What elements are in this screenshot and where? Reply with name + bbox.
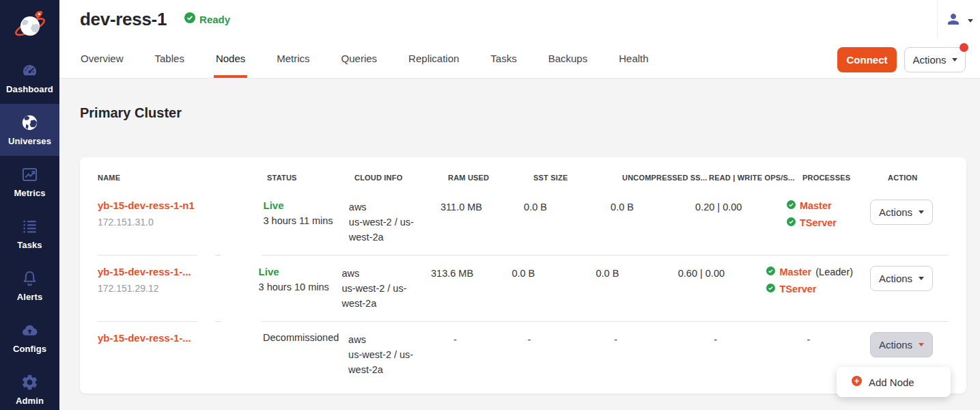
sidebar-item-admin[interactable]: Admin: [0, 364, 59, 410]
tab-health[interactable]: Health: [603, 38, 664, 78]
node-ip: 172.151.29.12: [98, 283, 249, 294]
tab-tasks[interactable]: Tasks: [475, 38, 532, 78]
column-header-uncompressed: UNCOMPRESSED SS...: [622, 174, 709, 182]
tab-bar: Overview Tables Nodes Metrics Queries Re…: [59, 38, 980, 78]
sidebar-item-label: Admin: [16, 396, 44, 406]
tab-label: Replication: [408, 53, 459, 64]
uncompressed-sst-value: 0.0 B: [611, 202, 634, 213]
line-chart-icon: [20, 165, 39, 184]
tab-queries[interactable]: Queries: [326, 38, 393, 78]
cloud-region: us-west-2 / us-west-2a: [341, 281, 419, 311]
planet-rocket-logo-icon: [12, 7, 48, 45]
globe-icon: [20, 113, 39, 132]
node-actions-menu: Add Node: [837, 367, 951, 397]
actions-button-label: Actions: [879, 339, 912, 351]
actions-button-label: Actions: [879, 273, 912, 284]
app-screen: Dashboard Universes Metri: [0, 0, 980, 410]
topbar: dev-ress-1 Ready: [59, 0, 980, 79]
nodes-table-card: NAME STATUS CLOUD INFO RAM USED SST SIZE…: [80, 157, 966, 394]
status-badge: Ready: [184, 12, 230, 26]
gear-icon: [20, 373, 39, 392]
process-entry: Master: [787, 200, 870, 212]
node-name-link[interactable]: yb-15-dev-ress-1-...: [98, 332, 253, 344]
chevron-down-icon: [919, 210, 924, 214]
tab-label: Overview: [81, 53, 124, 64]
process-master-link[interactable]: Master: [800, 200, 832, 211]
table-header-row: NAME STATUS CLOUD INFO RAM USED SST SIZE…: [98, 157, 949, 189]
sidebar-item-configs[interactable]: Configs: [0, 312, 59, 364]
sidebar-item-label: Configs: [13, 344, 46, 354]
tab-metrics[interactable]: Metrics: [261, 38, 325, 78]
column-header-cloud-info: CLOUD INFO: [354, 174, 448, 182]
process-tserver-link[interactable]: TServer: [779, 284, 816, 295]
check-circle-icon: [184, 12, 195, 26]
column-header-read-write-ops: READ | WRITE OPS/S...: [709, 174, 802, 182]
user-menu[interactable]: [945, 11, 973, 30]
table-row: yb-15-dev-ress-1-... Decommissioned aws …: [98, 321, 949, 387]
tab-replication[interactable]: Replication: [393, 38, 475, 78]
node-ip: 172.151.31.0: [98, 217, 254, 228]
column-header-sst-size: SST SIZE: [533, 174, 622, 182]
table-row: yb-15-dev-ress-1-... 172.151.29.12 Live …: [98, 255, 949, 321]
status-badge-label: Ready: [199, 14, 230, 25]
universe-actions-button[interactable]: Actions: [904, 47, 966, 72]
cloud-region: us-west-2 / us-west-2a: [348, 347, 428, 377]
column-header-ram-used: RAM USED: [448, 174, 533, 182]
cloud-provider: aws: [341, 266, 419, 281]
sidebar-item-label: Metrics: [14, 188, 45, 198]
node-actions-button[interactable]: Actions: [870, 200, 933, 225]
connect-button[interactable]: Connect: [837, 47, 897, 72]
node-name-link[interactable]: yb-15-dev-ress-1-...: [98, 266, 249, 277]
process-leader-suffix: (Leader): [815, 266, 853, 277]
node-actions-button-open[interactable]: Actions: [870, 332, 933, 357]
sidebar-item-label: Universes: [8, 136, 51, 146]
read-write-ops-value: -: [714, 334, 717, 345]
ram-used-value: 311.0 MB: [440, 202, 482, 213]
process-entry: Master (Leader): [766, 266, 870, 278]
process-tserver-link[interactable]: TServer: [800, 217, 837, 228]
tab-label: Metrics: [277, 53, 309, 64]
check-circle-icon: [787, 217, 796, 229]
tab-label: Backups: [548, 53, 588, 64]
list-icon: [20, 217, 39, 236]
sidebar-item-tasks[interactable]: Tasks: [0, 208, 59, 260]
node-name-link[interactable]: yb-15-dev-ress-1-n1: [98, 200, 254, 211]
tab-tables[interactable]: Tables: [139, 38, 200, 78]
notification-dot: [960, 43, 968, 52]
column-header-action: ACTION: [888, 174, 949, 182]
sidebar-item-dashboard[interactable]: Dashboard: [0, 52, 59, 104]
sst-size-value: -: [527, 334, 531, 345]
content-area: Primary Cluster NAME STATUS CLOUD INFO R…: [59, 105, 980, 410]
column-header-status: STATUS: [267, 174, 354, 182]
process-master-link[interactable]: Master: [779, 266, 811, 277]
read-write-ops-value: 0.20 | 0.00: [695, 202, 742, 213]
sst-size-value: 0.0 B: [512, 268, 535, 279]
tab-backups[interactable]: Backups: [533, 38, 604, 78]
tab-label: Nodes: [216, 53, 245, 64]
menu-item-add-node[interactable]: Add Node: [837, 367, 951, 397]
cloud-provider: aws: [348, 332, 428, 347]
sidebar-item-alerts[interactable]: Alerts: [0, 260, 59, 312]
universe-title: dev-ress-1: [80, 9, 167, 30]
node-actions-button[interactable]: Actions: [870, 266, 933, 291]
main-area: dev-ress-1 Ready: [59, 0, 980, 410]
user-icon: [945, 11, 962, 30]
table-row: yb-15-dev-ress-1-n1 172.151.31.0 Live 3 …: [98, 189, 949, 255]
sidebar-item-universes[interactable]: Universes: [0, 104, 59, 156]
sidebar-item-metrics[interactable]: Metrics: [0, 156, 59, 208]
check-circle-icon: [787, 200, 796, 212]
cloud-region: us-west-2 / us-west-2a: [349, 215, 429, 245]
sidebar: Dashboard Universes Metri: [0, 0, 59, 410]
sst-size-value: 0.0 B: [524, 202, 547, 213]
title-row: dev-ress-1 Ready: [59, 0, 980, 38]
tab-label: Queries: [341, 53, 378, 64]
uncompressed-sst-value: -: [614, 334, 617, 345]
tab-nodes[interactable]: Nodes: [200, 38, 261, 78]
node-uptime: 3 hours 10 mins: [259, 282, 334, 292]
actions-button-label: Actions: [912, 54, 946, 66]
topbar-buttons: Connect Actions: [837, 47, 966, 72]
app-logo[interactable]: [0, 0, 59, 52]
tab-overview[interactable]: Overview: [65, 38, 139, 78]
sidebar-item-label: Dashboard: [6, 84, 53, 94]
ram-used-value: -: [453, 334, 457, 345]
